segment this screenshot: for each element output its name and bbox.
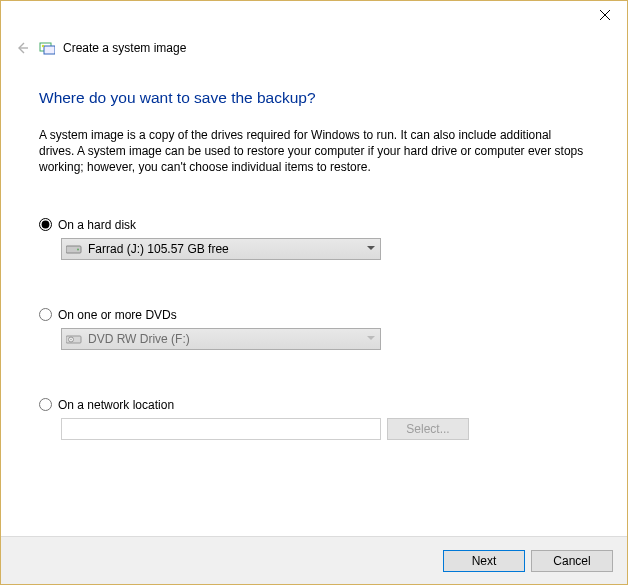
dvd-value: DVD RW Drive (F:) [88,332,190,346]
label-network: On a network location [58,398,174,412]
titlebar [1,1,627,31]
network-path-input [61,418,381,440]
hard-disk-dropdown[interactable]: Farrad (J:) 105.57 GB free [61,238,381,260]
content-area: Where do you want to save the backup? A … [1,57,627,440]
system-image-icon [39,40,55,56]
back-icon[interactable] [13,39,31,57]
wizard-header: Create a system image [1,31,627,57]
hard-drive-icon [66,243,82,255]
label-dvd: On one or more DVDs [58,308,177,322]
radio-network[interactable] [39,398,52,411]
option-dvd[interactable]: On one or more DVDs [39,308,589,322]
svg-point-7 [77,248,79,250]
svg-point-5 [42,45,44,47]
footer-buttons: Next Cancel [1,536,627,584]
radio-hard-disk[interactable] [39,218,52,231]
close-button[interactable] [583,1,627,29]
dvd-drive-icon [66,333,82,345]
svg-rect-4 [44,46,55,54]
hard-disk-value: Farrad (J:) 105.57 GB free [88,242,229,256]
label-hard-disk: On a hard disk [58,218,136,232]
page-heading: Where do you want to save the backup? [39,89,589,107]
select-network-button: Select... [387,418,469,440]
wizard-title: Create a system image [63,41,186,55]
option-hard-disk[interactable]: On a hard disk [39,218,589,232]
page-description: A system image is a copy of the drives r… [39,127,589,176]
radio-dvd[interactable] [39,308,52,321]
dvd-dropdown: DVD RW Drive (F:) [61,328,381,350]
option-network[interactable]: On a network location [39,398,589,412]
cancel-button[interactable]: Cancel [531,550,613,572]
next-button[interactable]: Next [443,550,525,572]
chevron-down-icon [362,329,380,349]
chevron-down-icon [362,239,380,259]
svg-point-10 [70,338,71,339]
